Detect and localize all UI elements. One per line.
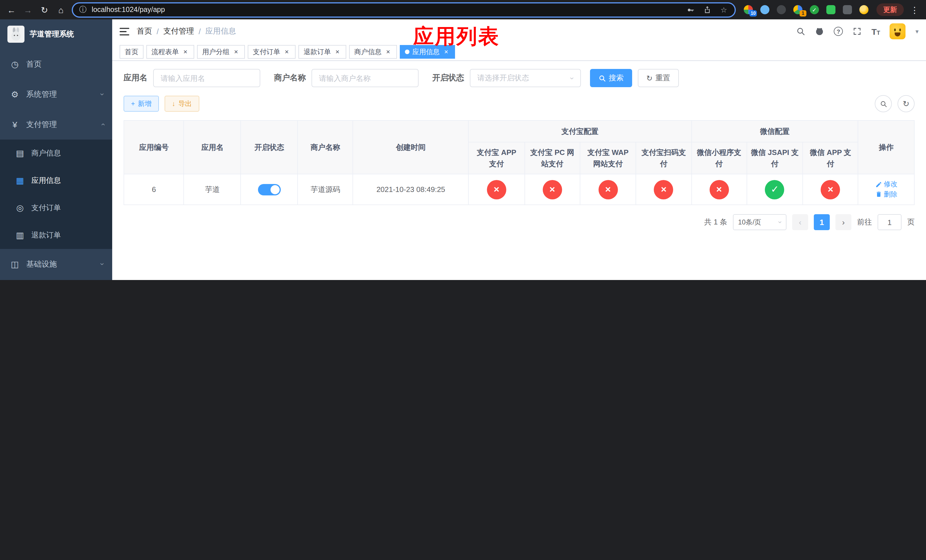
app-name-input[interactable]	[153, 69, 260, 87]
collapse-sidebar-icon[interactable]	[120, 27, 129, 36]
grid-icon: ▦	[14, 176, 26, 186]
sidebar-item-infrastructure[interactable]: ◫ 基础设施 ›	[0, 249, 112, 279]
search-icon	[599, 74, 606, 82]
toggle-search-icon[interactable]	[875, 95, 892, 112]
breadcrumb-home[interactable]: 首页	[137, 26, 152, 36]
page-size-value: 10条/页	[738, 217, 761, 227]
reset-button[interactable]: ↻ 重置	[638, 69, 679, 87]
page-1-button[interactable]: 1	[814, 214, 830, 230]
sidebar-item-pay-order[interactable]: ◎ 支付订单	[0, 194, 112, 222]
pencil-icon	[875, 181, 882, 188]
password-key-icon[interactable]	[686, 5, 695, 14]
export-button[interactable]: ↓ 导出	[165, 96, 199, 112]
goto-label: 前往	[857, 217, 872, 227]
sidebar-menu: ◷ 首页 ⚙ 系统管理 › ¥ 支付管理 › ▤ 商户信息	[0, 49, 112, 280]
wechat-mini-off-icon: ×	[709, 180, 729, 199]
address-bar[interactable]: ⓘ localhost:1024/pay/app ☆	[72, 2, 736, 17]
bookmark-star-icon[interactable]: ☆	[719, 5, 728, 14]
status-toggle[interactable]	[258, 184, 281, 195]
delete-button[interactable]: 删除	[875, 189, 897, 199]
extensions-puzzle-icon[interactable]	[843, 5, 852, 14]
close-icon[interactable]: ×	[384, 48, 392, 56]
status-select[interactable]: 请选择开启状态 ›	[470, 69, 581, 87]
extension-badge: 1	[800, 10, 806, 17]
col-alipay-app: 支付宝 APP 支付	[468, 142, 525, 174]
browser-home-icon[interactable]: ⌂	[55, 5, 67, 14]
logo-rabbit-icon	[8, 26, 24, 43]
alipay-qr-off-icon: ×	[654, 180, 673, 199]
tab-user-group[interactable]: 用户分组×	[197, 45, 245, 59]
fullscreen-icon[interactable]	[853, 27, 862, 36]
screen: ← → ↻ ⌂ ⓘ localhost:1024/pay/app ☆ 10 1 …	[0, 0, 926, 280]
search-button[interactable]: 搜索	[590, 69, 632, 87]
omnibox-actions: ☆	[686, 5, 728, 14]
chevron-down-icon: ›	[568, 77, 576, 79]
breadcrumb-payment[interactable]: 支付管理	[163, 26, 194, 36]
back-icon[interactable]: ←	[6, 5, 17, 14]
merchant-name-label: 商户名称	[274, 73, 306, 83]
refund-icon: ▥	[14, 230, 26, 241]
share-icon[interactable]	[703, 5, 712, 14]
edit-button[interactable]: 修改	[875, 179, 897, 189]
user-avatar[interactable]	[890, 23, 906, 39]
tab-app-info[interactable]: 应用信息×	[400, 45, 455, 59]
url-text[interactable]: localhost:1024/pay/app	[92, 6, 165, 14]
sidebar-item-merchant-info[interactable]: ▤ 商户信息	[0, 139, 112, 167]
extension-check-icon[interactable]: ✓	[810, 5, 819, 14]
app-name-label: 应用名	[124, 73, 147, 83]
navbar-actions: ? TT ▾	[796, 23, 918, 39]
browser-profile-avatar[interactable]	[859, 5, 869, 14]
delete-button-label: 删除	[884, 189, 897, 199]
browser-update-button[interactable]: 更新	[876, 3, 904, 16]
next-page-button[interactable]: ›	[835, 214, 851, 230]
add-button[interactable]: + 新增	[124, 96, 159, 112]
col-alipay-qr: 支付宝扫码支付	[636, 142, 691, 174]
refresh-table-icon[interactable]: ↻	[897, 95, 915, 112]
sidebar-item-label: 支付订单	[31, 203, 61, 213]
close-icon[interactable]: ×	[334, 48, 341, 56]
close-icon[interactable]: ×	[283, 48, 291, 56]
col-actions: 操作	[858, 121, 914, 174]
reload-icon[interactable]: ↻	[39, 5, 50, 14]
download-icon: ↓	[172, 100, 176, 107]
tab-pay-order[interactable]: 支付订单×	[248, 45, 295, 59]
browser-menu-icon[interactable]: ⋮	[909, 5, 920, 14]
col-wechat-mini: 微信小程序支付	[691, 142, 747, 174]
export-button-label: 导出	[178, 99, 192, 109]
site-info-icon[interactable]: ⓘ	[79, 5, 86, 15]
goto-page-input[interactable]	[878, 214, 902, 230]
prev-page-button[interactable]: ‹	[792, 214, 808, 230]
close-icon[interactable]: ×	[232, 48, 240, 56]
extension-grid-icon[interactable]: 10	[744, 5, 753, 14]
extension-colorful-icon[interactable]: 1	[793, 5, 802, 14]
font-size-icon[interactable]: TT	[872, 26, 880, 36]
extension-chat-icon[interactable]	[826, 5, 835, 14]
search-icon[interactable]	[796, 27, 805, 36]
github-icon[interactable]	[815, 27, 824, 36]
sidebar-item-payment[interactable]: ¥ 支付管理 ›	[0, 109, 112, 139]
help-icon[interactable]: ?	[834, 27, 843, 36]
tab-process-form[interactable]: 流程表单×	[146, 45, 194, 59]
cell-actions: 修改 删除	[858, 174, 914, 205]
cell-app-id: 6	[124, 174, 184, 205]
extension-drop-icon[interactable]	[760, 5, 769, 14]
sidebar-item-app-info[interactable]: ▦ 应用信息	[0, 167, 112, 194]
breadcrumb-separator: /	[157, 27, 159, 36]
sidebar-item-refund-order[interactable]: ▥ 退款订单	[0, 222, 112, 249]
payment-submenu: ▤ 商户信息 ▦ 应用信息 ◎ 支付订单 ▥ 退款订单	[0, 139, 112, 249]
user-menu-caret-icon[interactable]: ▾	[915, 28, 918, 35]
page-size-select[interactable]: 10条/页 ›	[733, 214, 787, 230]
sidebar-item-dev-tools[interactable]: ⊞ 研发工具 ›	[0, 279, 112, 280]
sidebar-item-system[interactable]: ⚙ 系统管理 ›	[0, 79, 112, 109]
close-icon[interactable]: ×	[182, 48, 189, 56]
pagination: 共 1 条 10条/页 › ‹ 1 › 前往 页	[124, 214, 915, 230]
tab-home[interactable]: 首页	[120, 45, 144, 59]
sidebar-item-home[interactable]: ◷ 首页	[0, 49, 112, 79]
merchant-name-input[interactable]	[312, 69, 419, 87]
forward-icon[interactable]: →	[22, 5, 33, 14]
tab-refund-order[interactable]: 退款订单×	[298, 45, 346, 59]
tab-merchant-info[interactable]: 商户信息×	[349, 45, 397, 59]
close-icon[interactable]: ×	[442, 48, 450, 56]
dashboard-icon: ◷	[9, 59, 21, 69]
extension-dark-icon[interactable]	[777, 5, 786, 14]
